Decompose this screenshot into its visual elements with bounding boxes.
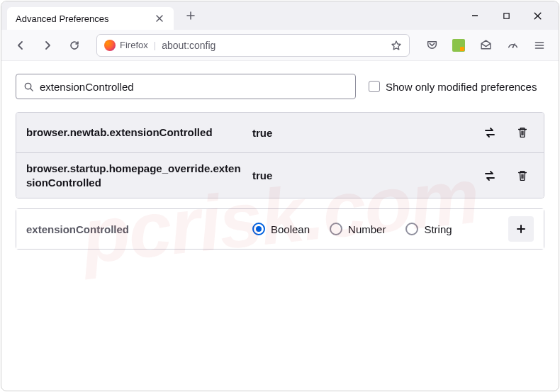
pref-row: browser.startup.homepage_override.extens… [16, 153, 544, 198]
toggle-button[interactable] [478, 121, 501, 144]
toggle-button[interactable] [478, 164, 501, 187]
url-identity: Firefox [104, 40, 148, 51]
reload-button[interactable] [64, 35, 85, 56]
pref-value: true [252, 127, 469, 139]
minimize-button[interactable] [469, 10, 481, 21]
close-tab-icon[interactable] [154, 13, 165, 24]
back-button[interactable] [10, 35, 31, 56]
inbox-icon[interactable] [475, 35, 496, 56]
show-modified-checkbox[interactable] [369, 81, 380, 92]
radio-button[interactable] [330, 223, 342, 235]
bookmark-star-icon[interactable] [391, 40, 402, 51]
svg-rect-0 [503, 13, 508, 18]
forward-button[interactable] [37, 35, 58, 56]
pocket-icon[interactable] [421, 35, 442, 56]
firefox-logo-icon [104, 40, 116, 51]
extension-icon[interactable] [448, 35, 469, 56]
add-pref-button[interactable] [508, 216, 534, 242]
url-bar[interactable]: Firefox | about:config [96, 34, 410, 57]
dashboard-icon[interactable] [502, 35, 523, 56]
config-search-box[interactable] [16, 74, 356, 99]
new-pref-table: extensionControlled Boolean Number Strin… [16, 208, 544, 250]
url-separator: | [154, 40, 156, 50]
window-controls [469, 10, 553, 21]
radio-button[interactable] [252, 223, 265, 235]
svg-point-1 [512, 47, 513, 48]
url-identity-label: Firefox [120, 40, 148, 50]
show-modified-label: Show only modified preferences [386, 81, 537, 93]
search-icon [23, 82, 34, 92]
nav-toolbar: Firefox | about:config [1, 30, 559, 61]
tab-title: Advanced Preferences [16, 13, 147, 24]
delete-button[interactable] [511, 164, 534, 187]
tab-bar: Advanced Preferences [1, 1, 559, 30]
delete-button[interactable] [511, 121, 534, 144]
pref-row: browser.newtab.extensionControlled true [16, 113, 544, 153]
radio-label: String [424, 223, 452, 235]
radio-label: Boolean [271, 223, 310, 235]
pref-value: true [252, 169, 469, 181]
radio-button[interactable] [405, 223, 418, 235]
type-radio-group: Boolean Number String [252, 223, 498, 235]
url-text: about:config [162, 40, 385, 51]
maximize-button[interactable] [500, 10, 512, 21]
config-content: Show only modified preferences browser.n… [1, 61, 559, 262]
radio-boolean[interactable]: Boolean [252, 223, 310, 235]
config-search-input[interactable] [40, 81, 348, 93]
menu-button[interactable] [529, 35, 550, 56]
pref-name: browser.startup.homepage_override.extens… [26, 162, 242, 189]
pref-table: browser.newtab.extensionControlled true … [16, 112, 544, 198]
close-window-button[interactable] [532, 10, 543, 21]
pref-name: browser.newtab.extensionControlled [26, 125, 242, 140]
radio-number[interactable]: Number [330, 223, 386, 235]
show-modified-checkbox-row[interactable]: Show only modified preferences [369, 81, 537, 93]
new-pref-row: extensionControlled Boolean Number Strin… [16, 209, 544, 249]
radio-label: Number [348, 223, 386, 235]
new-pref-name: extensionControlled [26, 223, 242, 235]
radio-string[interactable]: String [405, 223, 452, 235]
browser-tab[interactable]: Advanced Preferences [7, 7, 174, 30]
new-tab-button[interactable] [181, 6, 201, 26]
